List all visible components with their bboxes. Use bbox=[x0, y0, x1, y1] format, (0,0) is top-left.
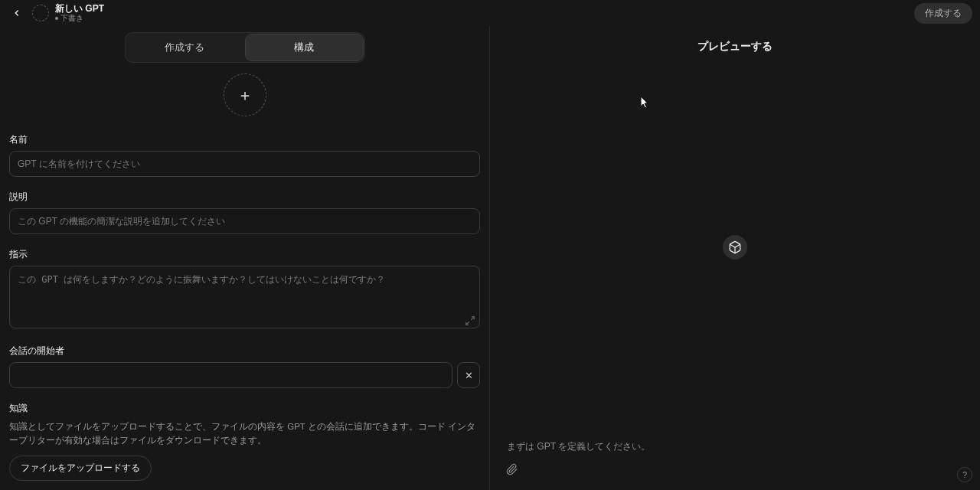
description-label: 説明 bbox=[9, 191, 480, 204]
gpt-avatar-placeholder bbox=[32, 5, 49, 21]
back-button[interactable] bbox=[8, 4, 26, 22]
svg-line-1 bbox=[466, 322, 469, 325]
starters-label: 会話の開始者 bbox=[9, 345, 480, 358]
tab-configure[interactable]: 構成 bbox=[245, 34, 364, 61]
name-input[interactable] bbox=[9, 151, 480, 177]
preview-title: プレビューする bbox=[490, 26, 980, 54]
upload-file-button[interactable]: ファイルをアップロードする bbox=[9, 456, 152, 481]
help-button[interactable]: ? bbox=[957, 467, 972, 482]
title-block: 新しい GPT 下書き bbox=[55, 3, 104, 23]
starter-input[interactable] bbox=[9, 362, 452, 388]
cube-icon bbox=[723, 235, 747, 260]
plus-icon: ＋ bbox=[237, 85, 253, 106]
configure-pane: 作成する 構成 ＋ 名前 説明 bbox=[0, 26, 490, 490]
page-title: 新しい GPT bbox=[55, 3, 104, 14]
attach-button[interactable] bbox=[504, 461, 521, 478]
preview-hint-text: まずは GPT を定義してください。 bbox=[504, 440, 966, 453]
instructions-label: 指示 bbox=[9, 248, 480, 261]
preview-empty-state bbox=[490, 54, 980, 440]
svg-line-0 bbox=[471, 317, 474, 320]
knowledge-label: 知識 bbox=[9, 402, 480, 415]
expand-icon[interactable] bbox=[465, 315, 475, 326]
paperclip-icon bbox=[506, 463, 518, 475]
preview-pane: プレビューする まずは GPT を定義してください。 ? bbox=[490, 26, 980, 490]
knowledge-helper-text: 知識としてファイルをアップロードすることで、ファイルの内容を GPT との会話に… bbox=[9, 420, 480, 448]
close-icon: ✕ bbox=[465, 370, 473, 381]
description-input[interactable] bbox=[9, 208, 480, 234]
name-label: 名前 bbox=[9, 133, 480, 146]
create-button[interactable]: 作成する bbox=[914, 3, 972, 24]
avatar-upload[interactable]: ＋ bbox=[224, 74, 266, 116]
app-header: 新しい GPT 下書き 作成する bbox=[0, 0, 980, 26]
instructions-textarea[interactable] bbox=[9, 266, 480, 328]
mode-tabs: 作成する 構成 bbox=[125, 32, 365, 63]
draft-status: 下書き bbox=[55, 14, 104, 23]
starter-remove-button[interactable]: ✕ bbox=[457, 362, 480, 388]
tab-create[interactable]: 作成する bbox=[126, 34, 244, 60]
chevron-left-icon bbox=[11, 8, 22, 18]
